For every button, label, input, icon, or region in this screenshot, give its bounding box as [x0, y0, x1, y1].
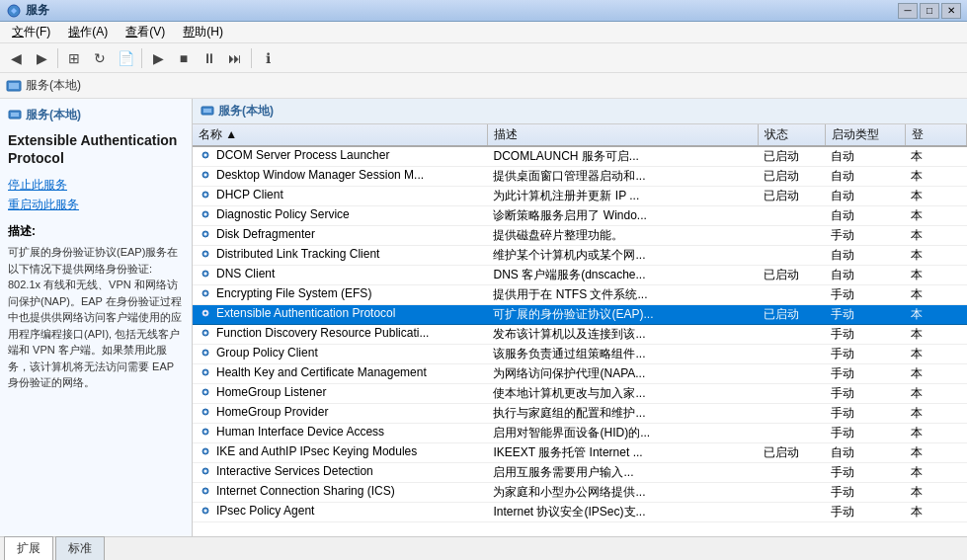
cell-login: 本 [905, 146, 966, 167]
right-header-text: 服务(本地) [218, 103, 274, 120]
play-button[interactable]: ▶ [146, 46, 170, 70]
svg-point-30 [204, 371, 207, 374]
maximize-button[interactable]: □ [920, 3, 939, 19]
close-button[interactable]: ✕ [941, 3, 961, 19]
col-header-status[interactable]: 状态 [758, 124, 825, 146]
table-row[interactable]: HomeGroup Provider执行与家庭组的配置和维护...手动本 [193, 404, 967, 424]
cell-login: 本 [905, 325, 966, 345]
table-row[interactable]: DNS ClientDNS 客户端服务(dnscache...已启动自动本 [193, 266, 967, 285]
window-title: 服务 [26, 2, 898, 19]
svg-point-24 [204, 312, 207, 315]
table-row[interactable]: Encrypting File System (EFS)提供用于在 NTFS 文… [193, 285, 967, 305]
tab-standard[interactable]: 标准 [55, 536, 105, 560]
cell-status: 已启动 [758, 187, 825, 206]
table-row[interactable]: Desktop Window Manager Session M...提供桌面窗… [193, 167, 967, 187]
table-row[interactable]: DCOM Server Process LauncherDCOMLAUNCH 服… [193, 146, 967, 167]
table-row[interactable]: Internet Connection Sharing (ICS)为家庭和小型办… [193, 483, 967, 503]
stop-service-link[interactable]: 停止此服务 [8, 177, 184, 194]
left-panel: 服务(本地) Extensible Authentication Protoco… [0, 99, 193, 536]
table-row[interactable]: IKE and AuthIP IPsec Keying ModulesIKEEX… [193, 443, 967, 463]
cell-login: 本 [905, 364, 966, 384]
cell-status: 已启动 [758, 266, 825, 285]
table-row[interactable]: Group Policy Client该服务负责通过组策略组件...手动本 [193, 345, 967, 364]
cell-startup: 手动 [825, 404, 905, 424]
cell-status [758, 325, 825, 345]
table-row[interactable]: HomeGroup Listener使本地计算机更改与加入家...手动本 [193, 384, 967, 404]
menu-help[interactable]: 帮助(H) [175, 22, 231, 42]
table-row[interactable]: Health Key and Certificate Management为网络… [193, 364, 967, 384]
right-header-icon [201, 105, 214, 119]
cell-desc: 诊断策略服务启用了 Windo... [487, 206, 758, 226]
services-table-container[interactable]: 名称 ▲ 描述 状态 启动类型 登 DCOM Server Process La… [193, 124, 967, 536]
cell-startup: 手动 [825, 384, 905, 404]
cell-desc: 为此计算机注册并更新 IP ... [487, 187, 758, 206]
cell-desc: IKEEXT 服务托管 Internet ... [487, 443, 758, 463]
pause-button[interactable]: ⏸ [198, 46, 221, 70]
cell-name: Desktop Window Manager Session M... [193, 167, 487, 187]
cell-name: Internet Connection Sharing (ICS) [193, 483, 487, 503]
svg-point-8 [204, 154, 207, 157]
show-hide-button[interactable]: ⊞ [62, 46, 86, 70]
toolbar-separator-2 [141, 48, 142, 68]
svg-rect-6 [203, 109, 211, 113]
cell-desc: 发布该计算机以及连接到该... [487, 325, 758, 345]
toolbar: ◀ ▶ ⊞ ↻ 📄 ▶ ■ ⏸ ⏭ ℹ [0, 43, 967, 73]
table-row[interactable]: Disk Defragmenter提供磁盘碎片整理功能。手动本 [193, 226, 967, 246]
cell-desc: 启用对智能界面设备(HID)的... [487, 424, 758, 443]
menu-view[interactable]: 查看(V) [118, 22, 173, 42]
table-row[interactable]: Function Discovery Resource Publicati...… [193, 325, 967, 345]
cell-login: 本 [905, 443, 966, 463]
col-header-name[interactable]: 名称 ▲ [193, 124, 487, 146]
restart-button[interactable]: ⏭ [223, 46, 247, 70]
cell-name: HomeGroup Listener [193, 384, 487, 404]
cell-login: 本 [905, 305, 966, 325]
toolbar-separator-1 [57, 48, 58, 68]
minimize-button[interactable]: ─ [898, 3, 918, 19]
cell-name: HomeGroup Provider [193, 404, 487, 424]
back-button[interactable]: ◀ [4, 46, 28, 70]
cell-desc: DCOMLAUNCH 服务可启... [487, 146, 758, 167]
forward-button[interactable]: ▶ [30, 46, 53, 70]
panel-header-icon [8, 109, 22, 122]
svg-point-20 [204, 273, 207, 276]
tab-extended[interactable]: 扩展 [4, 536, 53, 560]
stop-button[interactable]: ■ [172, 46, 196, 70]
cell-desc: Internet 协议安全(IPSec)支... [487, 503, 758, 522]
main-area: 服务(本地) Extensible Authentication Protoco… [0, 99, 967, 536]
cell-startup: 手动 [825, 325, 905, 345]
col-header-login[interactable]: 登 [905, 124, 966, 146]
svg-point-16 [204, 233, 207, 236]
cell-name: Extensible Authentication Protocol [193, 305, 487, 325]
svg-point-26 [204, 332, 207, 335]
table-row[interactable]: IPsec Policy AgentInternet 协议安全(IPSec)支.… [193, 503, 967, 522]
cell-name: Human Interface Device Access [193, 424, 487, 443]
table-row[interactable]: Diagnostic Policy Service诊断策略服务启用了 Windo… [193, 206, 967, 226]
svg-point-22 [204, 292, 207, 295]
cell-login: 本 [905, 424, 966, 443]
cell-startup: 手动 [825, 305, 905, 325]
address-text: 服务(本地) [26, 77, 81, 94]
col-header-desc[interactable]: 描述 [487, 124, 758, 146]
address-icon [6, 78, 22, 94]
menu-action[interactable]: 操作(A) [60, 22, 116, 42]
table-row[interactable]: Distributed Link Tracking Client维护某个计算机内… [193, 246, 967, 266]
cell-login: 本 [905, 167, 966, 187]
properties-button[interactable]: ℹ [256, 46, 280, 70]
export-button[interactable]: 📄 [114, 46, 137, 70]
cell-startup: 手动 [825, 424, 905, 443]
cell-name: Disk Defragmenter [193, 226, 487, 246]
cell-login: 本 [905, 206, 966, 226]
refresh-button[interactable]: ↻ [88, 46, 112, 70]
desc-title: 描述: [8, 223, 184, 240]
table-row[interactable]: DHCP Client为此计算机注册并更新 IP ...已启动自动本 [193, 187, 967, 206]
cell-login: 本 [905, 285, 966, 305]
menu-file[interactable]: 文件(F) [4, 22, 58, 42]
table-row[interactable]: Interactive Services Detection启用互服务需要用户输… [193, 463, 967, 483]
table-row[interactable]: Extensible Authentication Protocol可扩展的身份… [193, 305, 967, 325]
cell-status [758, 364, 825, 384]
cell-desc: 为网络访问保护代理(NAPA... [487, 364, 758, 384]
col-header-startup[interactable]: 启动类型 [825, 124, 905, 146]
cell-desc: 提供磁盘碎片整理功能。 [487, 226, 758, 246]
table-row[interactable]: Human Interface Device Access启用对智能界面设备(H… [193, 424, 967, 443]
restart-service-link[interactable]: 重启动此服务 [8, 197, 184, 213]
